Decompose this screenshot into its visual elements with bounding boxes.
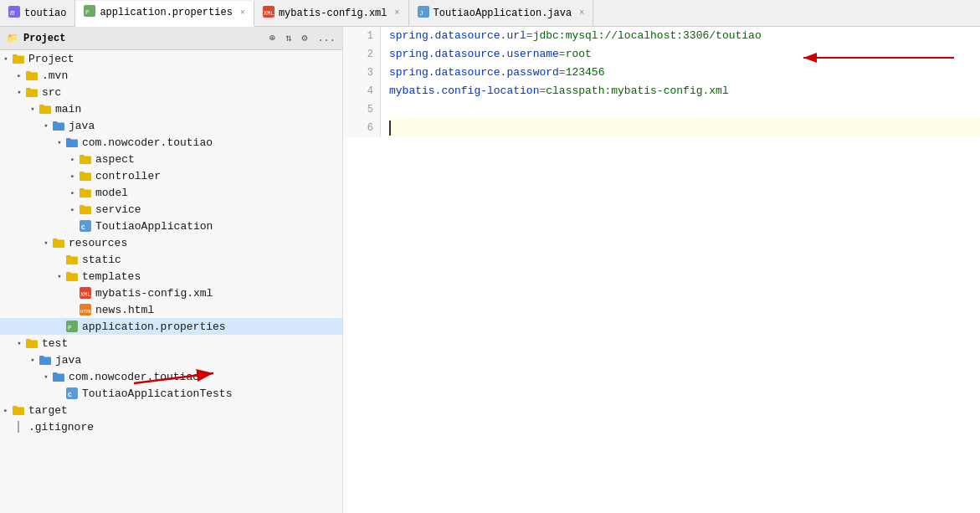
tree-icon-aspect (79, 152, 92, 166)
tree-icon-main (38, 102, 52, 115)
tree-item-service[interactable]: ▸service (0, 201, 342, 218)
tree-item-mybatis-config-xml[interactable]: XMLmybatis-config.xml (0, 285, 342, 301)
tree-label-target: target (28, 404, 68, 417)
tree-label-news-html: news.html (95, 304, 154, 316)
tree-arrow-com-nowcoder-test: ▾ (40, 372, 52, 382)
tab-mybatis-config[interactable]: XMLmybatis-config.xml× (254, 0, 409, 26)
tab-application-properties[interactable]: Papplication.properties× (75, 1, 254, 27)
tree-item-src[interactable]: ▾src (0, 84, 342, 100)
tree-label-test: test (42, 337, 68, 350)
code-line-1[interactable]: spring.datasource.url=jdbc:mysql://local… (389, 27, 980, 45)
tree-item-aspect[interactable]: ▸aspect (0, 151, 342, 167)
tree-arrow-mvn: ▸ (13, 71, 25, 80)
tree-item-toutiao-app[interactable]: CToutiaoApplication (0, 218, 342, 234)
tree-arrow-src: ▾ (13, 88, 25, 97)
tab-icon-mybatis-config: XML (263, 6, 275, 21)
tree-item-com-nowcoder-test[interactable]: ▾com.nowcoder.toutiao (0, 368, 342, 385)
tree-arrow-com-nowcoder: ▾ (54, 138, 65, 147)
line-numbers: 123456 (343, 27, 381, 137)
tree-arrow-aspect: ▸ (67, 155, 79, 164)
tree-icon-service (79, 203, 92, 216)
tree-item-application-prop[interactable]: Papplication.properties (0, 318, 342, 335)
tree-icon-com-nowcoder-test (52, 370, 65, 383)
editor-wrapper: 123456 spring.datasource.url=jdbc:mysql:… (343, 27, 980, 513)
sidebar-tool-more[interactable]: ... (317, 33, 336, 44)
tree-item-model[interactable]: ▸model (0, 184, 342, 201)
tab-label-toutiao: toutiao (24, 8, 66, 19)
tree-icon-controller (79, 169, 92, 182)
code-val: classpath:mybatis-config.xml (546, 85, 728, 97)
tree-item-java[interactable]: ▾java (0, 117, 342, 134)
tree-item-test[interactable]: ▾test (0, 335, 342, 351)
main-area: 📁 Project ⊕ ⇅ ⚙ ... ▾Project▸.mvn▾src▾ma… (0, 27, 980, 513)
tree-label-src: src (42, 86, 61, 99)
sidebar-tool-collapse[interactable]: ⇅ (285, 32, 291, 44)
line-number-6: 6 (343, 119, 380, 137)
code-key: spring.datasource.username (389, 48, 559, 60)
tree-icon-toutiao-tests: C (65, 387, 79, 400)
tree-icon-mybatis-config-xml: XML (79, 286, 92, 300)
tab-toutiao-application[interactable]: JToutiaoApplication.java× (409, 0, 594, 26)
tab-toutiao[interactable]: mtoutiao (0, 0, 75, 26)
tree-icon-gitignore (12, 420, 25, 433)
tree-item-gitignore[interactable]: .gitignore (0, 418, 342, 435)
sidebar-header: 📁 Project ⊕ ⇅ ⚙ ... (0, 27, 342, 50)
tab-close-application-properties[interactable]: × (240, 8, 245, 18)
tree-item-project[interactable]: ▾Project (0, 50, 342, 67)
tree-icon-src (25, 85, 38, 99)
code-line-5[interactable] (389, 100, 980, 119)
svg-text:HTML: HTML (80, 309, 91, 315)
tree-item-toutiao-tests[interactable]: CToutiaoApplicationTests (0, 385, 342, 402)
tree-arrow-main: ▾ (27, 105, 38, 114)
tree-icon-com-nowcoder (65, 136, 79, 149)
tree-label-java: java (69, 120, 95, 132)
svg-text:XML: XML (264, 10, 275, 17)
tree-icon-mvn (25, 69, 38, 82)
code-line-3[interactable]: spring.datasource.password=123456 (389, 64, 980, 82)
tree-item-resources[interactable]: ▾resources (0, 234, 342, 251)
sidebar-tool-settings[interactable]: ⚙ (301, 32, 307, 44)
tab-label-mybatis-config: mybatis-config.xml (279, 8, 387, 19)
tree-label-model: model (95, 187, 128, 199)
tree-arrow-target: ▸ (0, 406, 12, 415)
tree-icon-project (12, 52, 25, 65)
tree-arrow-controller: ▸ (67, 172, 79, 181)
tree-label-project: Project (28, 53, 74, 65)
tree-label-resources: resources (69, 237, 127, 249)
svg-text:m: m (10, 9, 15, 18)
tree-item-target[interactable]: ▸target (0, 402, 342, 418)
code-line-4[interactable]: mybatis.config-location=classpath:mybati… (389, 82, 980, 100)
code-line-6[interactable] (389, 119, 980, 137)
tree-label-controller: controller (95, 170, 161, 182)
tree-icon-static (65, 253, 79, 266)
tree-item-controller[interactable]: ▸controller (0, 167, 342, 184)
tree-icon-news-html: HTML (79, 303, 92, 316)
tree-label-templates: templates (82, 270, 141, 283)
tab-close-toutiao-application[interactable]: × (579, 8, 584, 18)
tree-icon-target (12, 403, 25, 417)
sidebar-tool-locate[interactable]: ⊕ (269, 32, 275, 44)
tree-icon-resources (52, 236, 65, 249)
tree-label-static: static (82, 254, 121, 266)
tree-item-main[interactable]: ▾main (0, 100, 342, 117)
tree-label-java-test: java (55, 354, 81, 367)
tree-label-mybatis-config-xml: mybatis-config.xml (95, 287, 213, 300)
tree-item-com-nowcoder[interactable]: ▾com.nowcoder.toutiao (0, 134, 342, 151)
tree-item-mvn[interactable]: ▸.mvn (0, 67, 342, 84)
sidebar: 📁 Project ⊕ ⇅ ⚙ ... ▾Project▸.mvn▾src▾ma… (0, 27, 343, 513)
code-line-2[interactable]: spring.datasource.username=root (389, 45, 980, 64)
tree-item-java-test[interactable]: ▾java (0, 351, 342, 368)
sidebar-header-label: Project (23, 33, 65, 44)
tree-icon-application-prop: P (65, 320, 79, 333)
code-lines[interactable]: spring.datasource.url=jdbc:mysql://local… (381, 27, 980, 137)
tab-label-toutiao-application: ToutiaoApplication.java (434, 8, 572, 19)
tree-label-service: service (95, 203, 141, 216)
tab-bar: mtoutiaoPapplication.properties×XMLmybat… (0, 0, 980, 27)
tree-item-templates[interactable]: ▾templates (0, 268, 342, 285)
tree-item-static[interactable]: static (0, 251, 342, 268)
tree-item-news-html[interactable]: HTMLnews.html (0, 301, 342, 318)
tab-close-mybatis-config[interactable]: × (395, 8, 400, 18)
tree-label-com-nowcoder-test: com.nowcoder.toutiao (69, 371, 199, 383)
line-number-5: 5 (343, 100, 380, 119)
tree-container: ▾Project▸.mvn▾src▾main▾java▾com.nowcoder… (0, 50, 342, 435)
